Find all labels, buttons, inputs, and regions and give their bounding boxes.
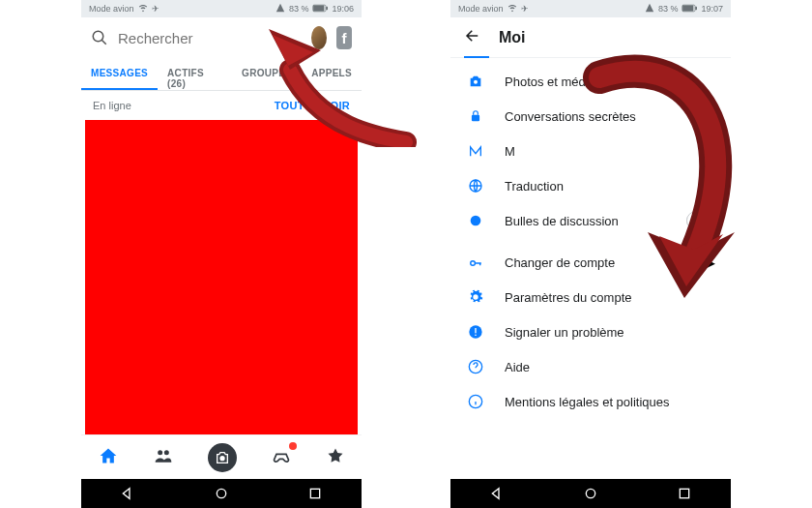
status-bar: Mode avion ✈ 83 % 19:07	[450, 0, 731, 17]
tab-messages[interactable]: MESSAGES	[81, 58, 158, 90]
search-input[interactable]	[118, 30, 302, 46]
setting-label: M	[505, 144, 515, 159]
setting-label: Traduction	[505, 179, 564, 194]
setting-mentions[interactable]: Mentions légales et politiques	[450, 384, 731, 419]
tabs: MESSAGES ACTIFS (26) GROUPES APPELS	[81, 58, 362, 91]
setting-bulles[interactable]: Bulles de discussion	[450, 203, 731, 238]
android-home-icon[interactable]	[214, 486, 229, 501]
svg-rect-11	[683, 5, 694, 10]
nav-people-icon[interactable]	[154, 446, 173, 469]
search-row: f	[81, 17, 362, 58]
key-icon	[466, 256, 485, 270]
android-recent-icon[interactable]	[677, 486, 692, 501]
setting-label: Signaler un problème	[505, 325, 624, 340]
setting-aide[interactable]: Aide	[450, 349, 731, 384]
svg-point-13	[474, 80, 478, 84]
status-time: 19:07	[701, 4, 723, 14]
setting-traduction[interactable]: Traduction	[450, 168, 731, 203]
camera-icon	[466, 74, 485, 89]
svg-rect-20	[475, 335, 476, 336]
subrow: En ligne TOUT REVOIR	[81, 91, 362, 120]
nav-camera-icon[interactable]	[208, 443, 237, 472]
svg-rect-2	[327, 7, 328, 10]
setting-label: Changer de compte	[505, 255, 615, 270]
setting-label: Mentions légales et politiques	[505, 395, 670, 409]
setting-m[interactable]: M	[450, 134, 731, 168]
svg-point-23	[586, 489, 594, 497]
battery-icon	[682, 4, 697, 15]
battery-icon	[312, 4, 328, 15]
settings-title: Moi	[499, 29, 526, 46]
android-recent-icon[interactable]	[307, 486, 323, 501]
info-icon	[466, 394, 485, 409]
setting-label: Photos et médias	[505, 75, 601, 89]
facebook-icon[interactable]: f	[336, 26, 352, 49]
android-back-icon[interactable]	[120, 486, 135, 501]
search-icon[interactable]	[91, 29, 108, 46]
phone-right: Mode avion ✈ 83 % 19:07 Moi Photos et mé	[450, 0, 731, 508]
settings-list: Photos et médias Conversations secrètes …	[450, 58, 731, 479]
svg-point-6	[163, 450, 168, 455]
tab-actifs[interactable]: ACTIFS (26)	[158, 58, 232, 90]
android-back-icon[interactable]	[489, 486, 505, 501]
nav-discover-icon[interactable]	[327, 447, 344, 468]
toggle-switch[interactable]	[686, 214, 715, 227]
bottom-nav	[81, 434, 362, 479]
android-home-icon[interactable]	[583, 486, 598, 501]
settings-header: Moi	[450, 17, 731, 58]
svg-rect-9	[310, 489, 319, 497]
svg-rect-12	[696, 7, 697, 10]
setting-label: Conversations secrètes	[505, 109, 636, 124]
svg-point-8	[217, 489, 225, 497]
svg-rect-24	[680, 489, 688, 497]
svg-point-17	[471, 260, 476, 265]
alert-icon	[466, 324, 485, 340]
android-nav	[81, 479, 362, 508]
airplane-mode-label: Mode avion	[89, 4, 134, 14]
globe-icon	[466, 178, 485, 194]
airplane-icon: ✈	[152, 4, 160, 14]
setting-changer-compte[interactable]: Changer de compte ▶	[450, 246, 731, 280]
online-label: En ligne	[93, 100, 131, 111]
tab-groupes[interactable]: GROUPES	[232, 58, 302, 90]
lock-icon	[466, 108, 485, 124]
svg-line-4	[102, 40, 106, 45]
tab-appels[interactable]: APPELS	[302, 58, 362, 90]
setting-label: Paramètres du compte	[505, 290, 632, 305]
svg-rect-14	[472, 115, 479, 121]
phone-left: Mode avion ✈ 83 % 19:06 f MESSAGES ACTIF…	[81, 0, 362, 508]
svg-point-3	[93, 31, 103, 42]
wifi-icon	[508, 3, 517, 15]
nav-home-icon[interactable]	[99, 446, 118, 469]
svg-rect-1	[314, 5, 325, 10]
replay-all-link[interactable]: TOUT REVOIR	[275, 100, 350, 111]
wifi-icon	[138, 3, 148, 15]
svg-point-7	[219, 456, 224, 461]
setting-photos[interactable]: Photos et médias	[450, 64, 731, 99]
setting-secret[interactable]: Conversations secrètes	[450, 99, 731, 134]
profile-avatar[interactable]	[311, 26, 327, 49]
chat-bubble-icon	[466, 213, 485, 228]
chevron-right-icon: ▶	[706, 255, 715, 270]
redacted-content	[85, 120, 358, 434]
signal-icon	[276, 3, 285, 15]
airplane-mode-label: Mode avion	[458, 4, 504, 14]
svg-point-5	[158, 450, 162, 455]
setting-parametres[interactable]: Paramètres du compte	[450, 280, 731, 314]
m-icon	[466, 143, 485, 159]
setting-signaler[interactable]: Signaler un problème	[450, 314, 731, 349]
gear-icon	[466, 289, 485, 305]
help-icon	[466, 359, 485, 374]
battery-label: 83 %	[289, 4, 309, 14]
title-underline	[464, 56, 489, 58]
svg-rect-19	[475, 328, 476, 333]
status-bar: Mode avion ✈ 83 % 19:06	[81, 0, 362, 17]
back-icon[interactable]	[464, 27, 481, 48]
setting-label: Aide	[505, 360, 530, 374]
divider	[450, 238, 731, 246]
battery-label: 83 %	[658, 4, 679, 14]
setting-label: Bulles de discussion	[505, 214, 619, 228]
signal-icon	[645, 3, 654, 15]
status-time: 19:06	[332, 4, 354, 14]
nav-games-icon[interactable]	[272, 446, 291, 469]
